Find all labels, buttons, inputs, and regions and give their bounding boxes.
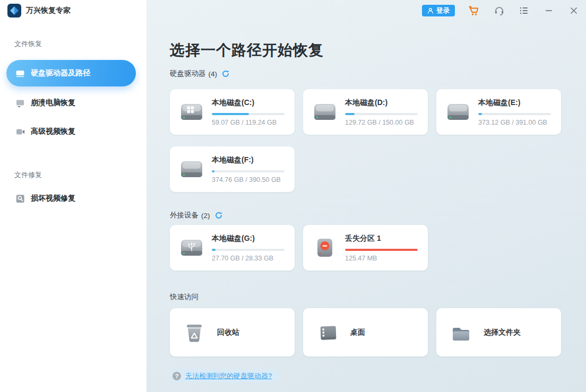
sb-computer-icon: [15, 98, 25, 108]
drive-name: 本地磁盘(F:): [212, 155, 285, 165]
question-icon: ?: [173, 372, 181, 380]
capacity-bar: [212, 249, 285, 251]
cant-detect-drive-link[interactable]: 无法检测到您的硬盘驱动器?: [185, 371, 272, 381]
drive-plain-icon: [313, 101, 337, 123]
drive-windows-icon: [179, 101, 204, 123]
help-banner: ? 无法检测到您的硬盘驱动器?: [170, 369, 279, 382]
capacity-bar: [212, 170, 285, 172]
app-window: 文件恢复 硬盘驱动器及路径崩溃电脑恢复高级视频恢复 文件修复 损坏视频修复 选择…: [0, 0, 586, 392]
drive-size: 125.47 MB: [345, 255, 418, 262]
drive-size: 27.70 GB / 28.33 GB: [212, 255, 285, 262]
capacity-bar: [345, 113, 418, 115]
refresh-icon[interactable]: [222, 70, 229, 77]
sidebar-item[interactable]: 崩溃电脑恢复: [6, 96, 136, 110]
page-title: 选择一个路径开始恢复: [170, 40, 324, 60]
drive-usb-icon: [179, 237, 204, 258]
quick-access-card[interactable]: 回收站: [170, 308, 295, 356]
section-label-hard-drives: 硬盘驱动器 (4): [170, 69, 229, 79]
quick-access-label: 回收站: [217, 328, 239, 337]
minimize-icon[interactable]: [543, 5, 555, 16]
support-headset-icon[interactable]: [493, 5, 505, 16]
desktop-icon: [314, 319, 341, 346]
sidebar-item-label: 损坏视频修复: [31, 194, 75, 203]
drive-card[interactable]: 本地磁盘(D:)129.72 GB / 150.00 GB: [303, 89, 428, 135]
recycle-bin-icon: [180, 319, 208, 346]
refresh-icon[interactable]: [215, 212, 222, 219]
sb-video-icon: [15, 126, 25, 137]
sidebar-item-label: 硬盘驱动器及路径: [31, 68, 90, 78]
close-icon[interactable]: [568, 5, 580, 16]
drive-name: 本地磁盘(E:): [478, 98, 551, 108]
drive-card[interactable]: 本地磁盘(G:)27.70 GB / 28.33 GB: [170, 225, 295, 271]
section-label-quick-access: 快速访问: [170, 292, 199, 302]
drive-plain-icon: [446, 101, 470, 123]
quick-access-label: 选择文件夹: [484, 328, 521, 337]
cart-icon[interactable]: [468, 5, 480, 16]
sidebar-item[interactable]: 损坏视频修复: [6, 191, 136, 205]
sidebar-section-file-repair: 文件修复: [14, 170, 136, 179]
drive-card[interactable]: 丢失分区 1125.47 MB: [303, 225, 428, 271]
sidebar: 文件恢复 硬盘驱动器及路径崩溃电脑恢复高级视频恢复 文件修复 损坏视频修复: [0, 0, 146, 392]
drive-size: 373.12 GB / 391.00 GB: [478, 119, 551, 126]
main-panel: 选择一个路径开始恢复 硬盘驱动器 (4) 本地磁盘(C:)59.07 GB / …: [146, 0, 586, 392]
section-label-external-devices: 外接设备 (2): [170, 211, 222, 220]
drive-name: 本地磁盘(C:): [212, 98, 285, 108]
sidebar-item-label: 崩溃电脑恢复: [31, 98, 75, 108]
drive-size: 374.76 GB / 390.50 GB: [212, 176, 285, 184]
folder-icon: [447, 319, 475, 346]
quick-access-card[interactable]: 桌面: [303, 308, 428, 356]
sb-drive-icon: [15, 68, 25, 79]
drive-name: 本地磁盘(D:): [345, 98, 418, 108]
capacity-bar: [212, 113, 285, 115]
app-title: 万兴恢复专家: [26, 6, 71, 15]
sidebar-item[interactable]: 高级视频恢复: [6, 125, 136, 138]
title-bar: 万兴恢复专家 登录: [0, 0, 586, 21]
drive-name: 本地磁盘(G:): [212, 234, 285, 243]
sidebar-item-label: 高级视频恢复: [31, 127, 75, 136]
drive-card[interactable]: 本地磁盘(F:)374.76 GB / 390.50 GB: [170, 146, 295, 192]
sidebar-item[interactable]: 硬盘驱动器及路径: [6, 60, 136, 86]
login-button[interactable]: 登录: [422, 5, 455, 16]
drive-name: 丢失分区 1: [345, 234, 418, 243]
quick-access-label: 桌面: [350, 328, 365, 337]
sidebar-section-file-recovery: 文件恢复: [14, 39, 136, 48]
drive-size: 59.07 GB / 119.24 GB: [212, 119, 285, 126]
drive-plain-icon: [179, 159, 204, 180]
menu-list-icon[interactable]: [518, 5, 530, 16]
app-logo-icon: [7, 4, 21, 18]
drive-card[interactable]: 本地磁盘(C:)59.07 GB / 119.24 GB: [170, 89, 295, 135]
capacity-bar: [345, 249, 418, 251]
user-icon: [427, 7, 434, 14]
quick-access-card[interactable]: 选择文件夹: [436, 308, 561, 356]
sb-repair-icon: [15, 193, 25, 204]
drive-lost-icon: [313, 237, 337, 258]
drive-size: 129.72 GB / 150.00 GB: [345, 119, 418, 126]
capacity-bar: [478, 113, 551, 115]
drive-card[interactable]: 本地磁盘(E:)373.12 GB / 391.00 GB: [436, 89, 561, 135]
